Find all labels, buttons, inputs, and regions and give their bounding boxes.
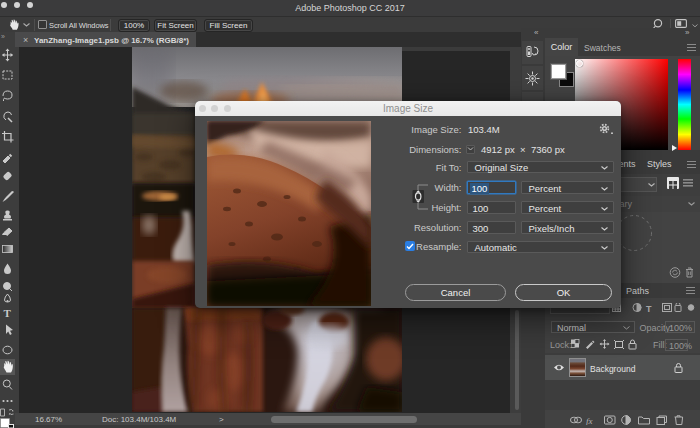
svg-text:fx: fx (586, 415, 593, 425)
svg-text:T: T (4, 307, 12, 319)
svg-text:T: T (646, 304, 652, 314)
svg-text:»: » (1, 33, 5, 40)
